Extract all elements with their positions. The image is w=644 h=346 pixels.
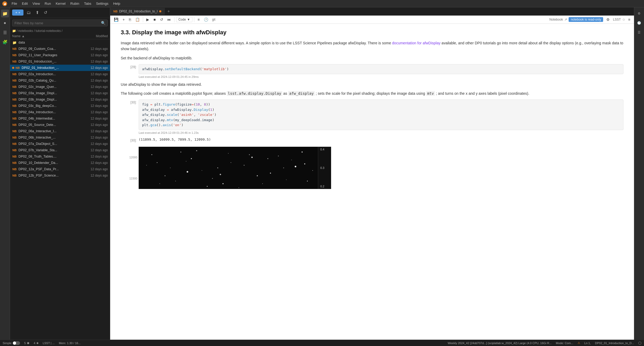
svg-point-4: [170, 168, 171, 168]
list-item[interactable]: NB DP02_02c_Image_Quer... 12 days ago: [10, 84, 110, 90]
open-folder-button[interactable]: 🗂: [25, 9, 32, 16]
list-item[interactable]: NB DP02_03c_Big_deepCo... 12 days ago: [10, 103, 110, 109]
list-item[interactable]: NB DP02_02b_Catalog_Qu... 12 days ago: [10, 77, 110, 84]
list-item-active[interactable]: NB DP02_01_Introduction_... 12 days ago: [10, 65, 110, 71]
file-modified: 12 days ago: [79, 174, 108, 177]
code-block-30[interactable]: fig = plt.figure(figsize=(10, 8)) afw_di…: [139, 99, 623, 130]
new-button[interactable]: + +: [12, 10, 23, 16]
notebook-icon: NB: [12, 154, 17, 159]
add-cell-button[interactable]: +: [121, 17, 126, 22]
simple-toggle[interactable]: [13, 341, 20, 345]
sidebar-extensions-btn[interactable]: 🧩: [1, 38, 9, 46]
list-item[interactable]: NB DP02_12a_PSF_Data_Pr... 12 days ago: [10, 166, 110, 172]
run-button[interactable]: ▶: [145, 17, 151, 22]
list-item[interactable]: NB DP02_06b_Interactive_... 12 days ago: [10, 134, 110, 141]
svg-point-18: [283, 167, 284, 168]
notebook-icon: NB: [12, 141, 17, 146]
list-item[interactable]: NB DP02_06a_Interactive_I... 12 days ago: [10, 128, 110, 134]
svg-point-17: [262, 183, 263, 184]
chevron-down-icon: ▼: [187, 18, 190, 21]
menu-tabs[interactable]: Tabs: [82, 1, 93, 6]
upload-button[interactable]: ⬆: [34, 9, 41, 16]
code-block-29[interactable]: afwDisplay.setDefaultBackend('matplotlib…: [139, 64, 623, 74]
svg-point-14: [202, 170, 202, 171]
svg-point-9: [270, 173, 271, 174]
notebook-icon: NB: [12, 97, 17, 102]
menu-button[interactable]: ≡: [627, 17, 632, 22]
toolbar-right: Notebook ↗ notebook is read-only ⚙ LSST …: [549, 17, 632, 22]
list-item[interactable]: NB DP02_04a_Introduction... 12 days ago: [10, 109, 110, 115]
status-warning: ⚠: [578, 341, 580, 345]
svg-point-38: [220, 174, 221, 175]
list-item[interactable]: NB DP02_03b_Image_Displ... 12 days ago: [10, 96, 110, 103]
file-modified: 12 days ago: [79, 98, 108, 101]
search-input[interactable]: [14, 21, 101, 25]
column-name[interactable]: Name ▲: [12, 34, 79, 38]
list-item[interactable]: 📁 data: [10, 39, 110, 46]
file-name: data: [18, 41, 79, 44]
tab-active[interactable]: NB DP02_01_Introduction_to_I: [110, 8, 165, 15]
notebook-icon: NB: [12, 135, 17, 140]
exec-time-29: Last executed at 2024-12-09 01:24:45 in …: [139, 75, 623, 78]
list-item[interactable]: NB DP02_12b_PSF_Science... 12 days ago: [10, 172, 110, 179]
code-cell-30: [30]: fig = plt.figure(figsize=(10, 8)) …: [121, 99, 623, 134]
list-item[interactable]: NB DP02_08_Truth_Tables.... 12 days ago: [10, 153, 110, 160]
file-list-header: Name ▲ Modified: [10, 34, 110, 39]
search-box: 🔍: [12, 20, 108, 26]
right-sidebar-btn-3[interactable]: ☰: [635, 29, 643, 36]
right-sidebar-btn-1[interactable]: ⚙: [635, 10, 643, 17]
list-item[interactable]: NB DP02_01_Introduccion_... 12 days ago: [10, 58, 110, 65]
svg-point-16: [244, 165, 245, 165]
paste-button[interactable]: 📋: [134, 17, 141, 22]
list-item[interactable]: NB DP02_03a_Image_Displ... 12 days ago: [10, 90, 110, 96]
svg-point-32: [239, 187, 239, 188]
sidebar-files-btn[interactable]: 📁: [1, 10, 9, 17]
notebook-icon: NB: [12, 116, 17, 121]
menu-view[interactable]: View: [30, 1, 42, 6]
right-sidebar-btn-2[interactable]: 🕐: [635, 19, 643, 27]
list-item[interactable]: NB DP02_05_Source_Dete... 12 days ago: [10, 122, 110, 128]
clock-button[interactable]: 🕐: [202, 17, 210, 22]
menu-file[interactable]: File: [9, 1, 19, 6]
file-name: DP02_01_Introduccion_...: [18, 60, 79, 63]
mem-status: Mem: 1.30 / 16...: [59, 342, 81, 345]
menu-edit[interactable]: Edit: [20, 1, 30, 6]
list-item[interactable]: NB DP02_11_User_Packages 12 days ago: [10, 52, 110, 58]
stop-button[interactable]: ■: [152, 17, 157, 22]
save-button[interactable]: 💾: [112, 17, 120, 22]
git-label[interactable]: git: [211, 18, 216, 21]
list-item[interactable]: NB DP02_07a_DiaObject_S... 12 days ago: [10, 141, 110, 147]
settings-button[interactable]: ⚙: [605, 17, 611, 22]
menu-settings[interactable]: Settings: [94, 1, 110, 6]
kernel-type-label: Code: [178, 18, 186, 21]
circle-icon: ○: [622, 17, 625, 22]
copy-button[interactable]: ⎘: [127, 17, 133, 22]
output-cell-30: [30]: (11899.5, 16099.5, 7899.5, 12099.5…: [121, 138, 623, 144]
list-item[interactable]: NB DP02_09_Custom_Coa... 12 days ago: [10, 46, 110, 52]
svg-point-24: [228, 153, 229, 154]
add-tab-button[interactable]: +: [165, 7, 172, 15]
list-item[interactable]: NB DP02_02a_Introduction... 12 days ago: [10, 71, 110, 77]
notebook-icon: NB: [12, 46, 17, 51]
menu-rubin[interactable]: Rubin: [68, 1, 81, 6]
sort-icon: ▲: [22, 34, 25, 38]
afwdisplay-link[interactable]: documentation for afwDisplay: [392, 41, 440, 45]
menu-help[interactable]: Help: [111, 1, 122, 6]
svg-point-31: [217, 167, 218, 168]
list-item[interactable]: NB DP02_10_Deblender_Da... 12 days ago: [10, 160, 110, 166]
list-item[interactable]: NB DP02_04b_Intermediat... 12 days ago: [10, 115, 110, 122]
kernel-type-selector[interactable]: Code ▼: [176, 17, 193, 22]
restart-button[interactable]: ↺: [158, 17, 165, 22]
sidebar-circle-btn[interactable]: ●: [1, 19, 9, 27]
fast-forward-button[interactable]: ⏭: [166, 17, 173, 22]
menu-run[interactable]: Run: [42, 1, 53, 6]
status-mem: Mem: 1.30 / 16...: [59, 342, 81, 345]
list-view-button[interactable]: ≡: [196, 17, 201, 22]
menu-kernel[interactable]: Kernel: [54, 1, 68, 6]
file-modified: 12 days ago: [79, 155, 108, 158]
file-modified: 12 days ago: [79, 123, 108, 127]
sidebar-list-btn[interactable]: ☰: [1, 29, 9, 36]
paragraph-3: Use afwDisplay to show the image data re…: [121, 82, 623, 87]
refresh-button[interactable]: ↺: [42, 9, 49, 16]
list-item[interactable]: NB DP02_07b_Variable_Sta... 12 days ago: [10, 147, 110, 153]
